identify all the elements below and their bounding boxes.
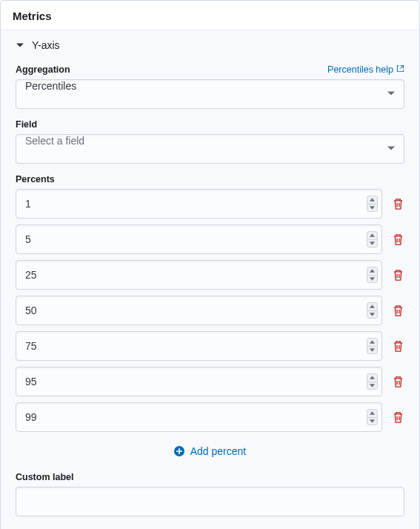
percent-row xyxy=(16,367,404,396)
percentiles-help-link[interactable]: Percentiles help xyxy=(327,64,404,75)
percent-input-wrap xyxy=(16,296,382,325)
step-down-icon[interactable] xyxy=(367,240,377,247)
y-axis-body: Aggregation Percentiles help Percentiles… xyxy=(1,64,419,529)
delete-percent-button[interactable] xyxy=(391,339,404,353)
delete-percent-button[interactable] xyxy=(391,303,404,318)
percent-row xyxy=(16,331,404,361)
percent-input-wrap xyxy=(16,367,382,396)
advanced-toggle[interactable]: Advanced xyxy=(16,516,404,529)
plus-circle-icon xyxy=(174,446,184,456)
percent-input-wrap xyxy=(16,331,382,361)
delete-percent-button[interactable] xyxy=(391,410,404,425)
percent-input-wrap xyxy=(16,402,382,432)
percent-row xyxy=(16,402,404,432)
field-label-row: Field xyxy=(16,119,404,130)
aggregation-label: Aggregation xyxy=(16,64,70,75)
add-percent-button[interactable]: Add percent xyxy=(16,438,404,462)
step-up-icon[interactable] xyxy=(367,232,377,240)
add-percent-label: Add percent xyxy=(190,445,247,457)
y-axis-accordion-header[interactable]: Y-axis xyxy=(1,30,419,60)
custom-label-row: Custom label xyxy=(16,472,404,482)
number-stepper[interactable] xyxy=(367,373,378,390)
custom-label-input[interactable] xyxy=(16,487,404,516)
step-down-icon[interactable] xyxy=(367,382,377,390)
panel-title: Metrics xyxy=(1,1,419,30)
percent-input-wrap xyxy=(16,224,382,254)
field-select-wrap: Select a field xyxy=(16,134,404,164)
percent-row xyxy=(16,224,404,254)
delete-percent-button[interactable] xyxy=(391,374,404,389)
delete-percent-button[interactable] xyxy=(391,196,404,211)
number-stepper[interactable] xyxy=(367,196,378,212)
step-up-icon[interactable] xyxy=(367,410,377,418)
percent-input[interactable] xyxy=(16,331,382,361)
percent-input[interactable] xyxy=(16,367,382,396)
step-down-icon[interactable] xyxy=(367,276,377,283)
delete-percent-button[interactable] xyxy=(391,267,404,282)
percent-row xyxy=(16,189,404,219)
number-stepper[interactable] xyxy=(367,409,378,425)
number-stepper[interactable] xyxy=(367,302,378,319)
step-up-icon[interactable] xyxy=(367,196,377,204)
step-down-icon[interactable] xyxy=(367,347,377,354)
percent-input[interactable] xyxy=(16,224,382,254)
help-link-text: Percentiles help xyxy=(327,64,393,75)
step-up-icon[interactable] xyxy=(367,374,377,382)
number-stepper[interactable] xyxy=(367,338,378,354)
step-up-icon[interactable] xyxy=(367,267,377,276)
percents-label: Percents xyxy=(16,174,55,184)
percent-row xyxy=(16,260,404,290)
aggregation-select-wrap: Percentiles xyxy=(16,79,404,109)
y-axis-accordion: Y-axis Aggregation Percentiles help Perc… xyxy=(1,30,419,529)
percent-input[interactable] xyxy=(16,402,382,432)
percents-list xyxy=(16,189,404,432)
percent-row xyxy=(16,296,404,325)
aggregation-select[interactable]: Percentiles xyxy=(16,79,404,109)
percents-label-row: Percents xyxy=(16,174,404,184)
percent-input[interactable] xyxy=(16,296,382,325)
field-select[interactable]: Select a field xyxy=(16,134,404,164)
number-stepper[interactable] xyxy=(367,231,378,247)
number-stepper[interactable] xyxy=(367,267,378,283)
metrics-panel: Metrics Y-axis Aggregation Percentiles h… xyxy=(0,0,420,529)
field-label: Field xyxy=(16,119,37,130)
chevron-down-icon xyxy=(16,41,24,50)
step-down-icon[interactable] xyxy=(367,418,377,425)
percent-input-wrap xyxy=(16,189,382,219)
step-up-icon[interactable] xyxy=(367,303,377,311)
external-link-icon xyxy=(396,64,404,75)
step-down-icon[interactable] xyxy=(367,204,377,212)
y-axis-label: Y-axis xyxy=(32,39,60,51)
step-down-icon[interactable] xyxy=(367,311,377,319)
percent-input-wrap xyxy=(16,260,382,290)
percent-input[interactable] xyxy=(16,189,382,219)
step-up-icon[interactable] xyxy=(367,339,377,347)
delete-percent-button[interactable] xyxy=(391,232,404,247)
percent-input[interactable] xyxy=(16,260,382,290)
aggregation-label-row: Aggregation Percentiles help xyxy=(16,64,404,75)
custom-label-label: Custom label xyxy=(16,472,74,482)
